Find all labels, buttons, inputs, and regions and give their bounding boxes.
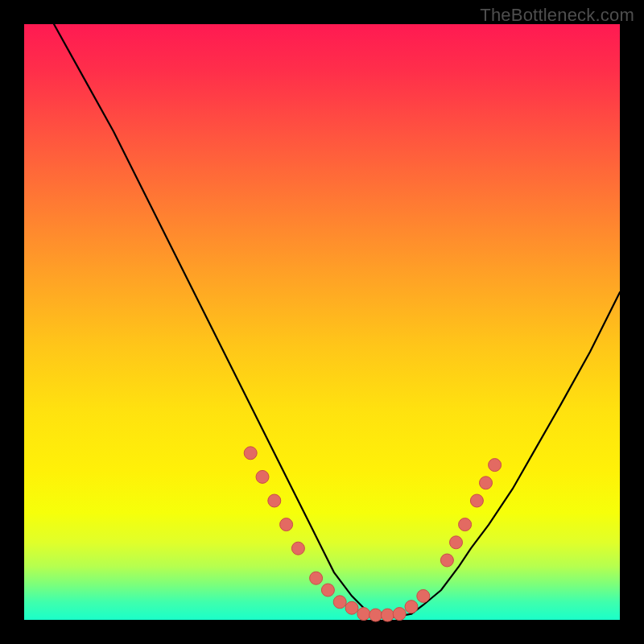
data-marker (244, 447, 257, 460)
data-marker (291, 542, 304, 555)
data-marker (256, 470, 269, 483)
data-marker (268, 494, 281, 507)
bottleneck-curve-svg (24, 24, 620, 620)
data-marker (417, 589, 430, 602)
data-marker (310, 572, 323, 584)
watermark-text: TheBottleneck.com (480, 5, 634, 26)
data-marker (489, 459, 502, 472)
data-marker (369, 609, 382, 621)
data-marker (345, 601, 358, 614)
data-marker (440, 554, 453, 567)
marker-layer (244, 447, 501, 621)
curve-layer (54, 24, 620, 617)
plot-area (24, 24, 620, 620)
data-marker (405, 601, 418, 613)
data-marker (450, 536, 463, 549)
data-marker (470, 494, 483, 507)
chart-frame: TheBottleneck.com (0, 0, 644, 644)
data-marker (333, 596, 346, 609)
data-marker (459, 518, 472, 531)
data-marker (357, 608, 370, 621)
data-marker (321, 584, 334, 597)
data-marker (280, 518, 293, 531)
bottleneck-curve (54, 24, 620, 617)
data-marker (480, 477, 493, 489)
data-marker (381, 609, 394, 621)
data-marker (393, 608, 406, 621)
